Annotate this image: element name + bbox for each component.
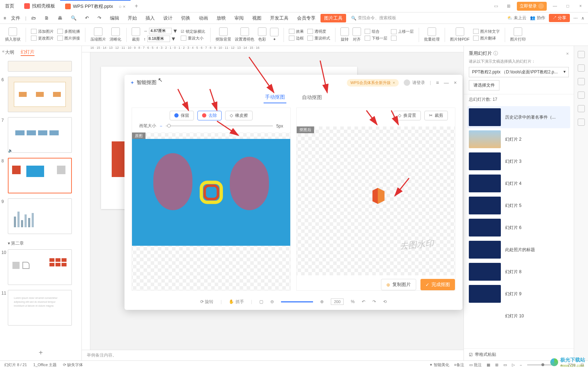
ribbon-width[interactable]: ↔ ⯆ xyxy=(144,28,177,34)
result-image-area[interactable]: 抠图后 去图水印 xyxy=(297,126,455,275)
panel-close-icon[interactable]: × xyxy=(566,51,569,56)
qat-more[interactable]: 🔍 xyxy=(67,14,80,22)
original-image-area[interactable]: 原图 xyxy=(132,132,290,290)
close-button[interactable]: × xyxy=(576,1,585,11)
dialog-close-icon[interactable]: × xyxy=(454,80,457,85)
section-header[interactable]: ▾ 第二章 xyxy=(8,239,76,249)
zoom-value-box[interactable]: 200 xyxy=(331,298,344,305)
copy-image-button[interactable]: ⊕复制图片 xyxy=(381,279,416,290)
menu-transition[interactable]: 切换 xyxy=(178,14,194,23)
menu-insert[interactable]: 插入 xyxy=(142,14,158,23)
menu-devtools[interactable]: 开发工具 xyxy=(266,14,292,23)
view-sorter-icon[interactable]: ⊞ xyxy=(495,363,498,367)
height-input[interactable] xyxy=(147,36,170,42)
qat-undo[interactable]: ↶ xyxy=(81,14,92,22)
ribbon-remove-bg[interactable]: 抠除背景 xyxy=(216,27,231,42)
reuse-slide-item[interactable]: 幻灯片 2 xyxy=(467,128,570,150)
ribbon-down[interactable]: 下移一层 xyxy=(365,36,387,41)
brush-minus[interactable]: − xyxy=(160,124,162,129)
collapse-left-icon[interactable]: « xyxy=(2,49,5,54)
reuse-slide-item[interactable]: 幻灯片 5 xyxy=(467,194,570,217)
grid-icon[interactable]: ⊞ xyxy=(504,1,513,11)
ribbon-align[interactable]: 对齐 xyxy=(353,27,361,42)
tab-manual-cutout[interactable]: 手动抠图 xyxy=(264,92,286,103)
menu-more-icon[interactable]: ⋯ xyxy=(573,16,578,21)
tab-document[interactable]: WPS PPT教程.pptx ○ × xyxy=(60,0,131,12)
reuse-slide-item[interactable]: 此处照片的标题 xyxy=(467,239,570,261)
share-button[interactable]: ↗ 分享 xyxy=(549,14,570,22)
remove-button[interactable]: 去除 xyxy=(197,111,222,120)
thumbnail-list[interactable]: 6 7🔉 8 9 ▾ 第二章 10 11Lorem ipsum dolor si… xyxy=(0,59,81,345)
menu-picture-tools[interactable]: 图片工具 xyxy=(321,14,346,22)
keep-button[interactable]: 保留 xyxy=(170,111,194,120)
rail-icon-1[interactable] xyxy=(578,51,585,58)
menu-animation[interactable]: 动画 xyxy=(195,14,212,23)
slide-thumb-9[interactable]: 9 xyxy=(8,198,76,234)
menu-member[interactable]: 会员专享 xyxy=(293,14,319,23)
dialog-minimize-icon[interactable]: — xyxy=(444,80,449,85)
tab-slides[interactable]: 幻灯片 xyxy=(21,49,35,56)
ribbon-batch[interactable]: 批量处理 xyxy=(424,27,440,42)
reuse-slide-item[interactable]: 幻灯片 6 xyxy=(467,217,570,239)
ribbon-add-image[interactable]: 添加图片 xyxy=(31,29,54,34)
select-file-button[interactable]: 请选择文件 xyxy=(469,80,499,90)
ribbon-change-image[interactable]: 更改图片 xyxy=(31,36,54,41)
qat-redo[interactable]: ↷ xyxy=(94,14,105,22)
eraser-button[interactable]: ◇橡皮擦 xyxy=(225,111,253,120)
tab-templates[interactable]: 找稻壳模板 xyxy=(19,0,60,12)
rail-icon-6[interactable] xyxy=(578,119,585,126)
slide-thumb-8[interactable]: 8 xyxy=(8,158,76,193)
login-button[interactable]: 立即登录 xyxy=(517,2,547,11)
crop-button[interactable]: ✂裁剪 xyxy=(424,111,448,120)
zoom-out-icon[interactable]: − xyxy=(520,363,522,367)
ribbon-to-text[interactable]: 图片转文字 xyxy=(473,29,500,34)
change-bg-button[interactable]: ◇换背景 xyxy=(393,111,421,120)
slide-thumb-11[interactable]: 11Lorem ipsum dolor sit amet consectetur… xyxy=(8,290,76,326)
menu-slideshow[interactable]: 放映 xyxy=(213,14,229,23)
ribbon-height[interactable]: ↕ ⯆ xyxy=(144,36,177,42)
tab-home[interactable]: 首页 xyxy=(0,0,19,12)
menu-view[interactable]: 视图 xyxy=(249,14,265,23)
slide-thumb-6[interactable]: 6 xyxy=(8,77,76,112)
notes-area[interactable]: 举例备注内容。 xyxy=(82,350,463,360)
cloud-status[interactable]: ⛅ 未上云 xyxy=(507,15,526,21)
ribbon-border[interactable]: 边框 xyxy=(289,36,304,41)
menu-review[interactable]: 审阅 xyxy=(231,14,247,23)
status-notes[interactable]: ≡备注 xyxy=(454,362,464,368)
rail-icon-2[interactable] xyxy=(578,64,585,72)
ribbon-image-collage[interactable]: 图片拼接 xyxy=(57,36,80,41)
view-reading-icon[interactable]: ▭ xyxy=(503,363,507,367)
menu-design[interactable]: 设计 xyxy=(160,14,176,23)
reuse-slide-item[interactable]: 幻灯片 9 xyxy=(467,283,570,305)
maximize-button[interactable]: □ xyxy=(563,1,572,11)
ribbon-lock-ratio[interactable]: ☑ 锁定纵横比 xyxy=(181,29,205,34)
menu-chevron-icon[interactable]: ∧ xyxy=(581,16,584,21)
ribbon-transparency[interactable]: 透明度 xyxy=(307,29,330,34)
zoom-out-tool[interactable]: ⊖ xyxy=(270,299,274,304)
help-icon[interactable]: ⓘ xyxy=(493,50,498,57)
reuse-slide-item[interactable]: 幻灯片 4 xyxy=(467,172,570,194)
ribbon-color[interactable]: 色彩 xyxy=(258,27,266,42)
reuse-slide-item[interactable]: 历史记录中的著名事件（... xyxy=(467,106,570,128)
reuse-slide-item[interactable]: 幻灯片 8 xyxy=(467,261,570,283)
ribbon-print-img[interactable]: 图片打印 xyxy=(510,27,526,42)
hand-tool[interactable]: ✋ 抓手 xyxy=(229,299,244,305)
status-missing-font[interactable]: ⟳ 缺失字体 xyxy=(63,362,83,368)
status-comments[interactable]: ▭ 批注 xyxy=(469,362,482,368)
ribbon-reset-size[interactable]: 重设大小 xyxy=(181,36,205,41)
reuse-slide-item[interactable]: 幻灯片 3 xyxy=(467,150,570,172)
ribbon-compress[interactable]: 压缩图片 xyxy=(90,27,106,42)
slide-thumb-partial[interactable] xyxy=(8,61,76,72)
view-slideshow-icon[interactable]: ▷ xyxy=(512,363,515,367)
collab-button[interactable]: 👥 协作 xyxy=(530,15,545,21)
menu-start[interactable]: 开始 xyxy=(124,14,141,23)
ribbon-insert-shape[interactable]: 插入形状 xyxy=(5,27,21,42)
zoom-bar[interactable] xyxy=(281,301,313,302)
member-badge[interactable]: WPS会员体系全新升级× xyxy=(347,79,399,87)
ribbon-up[interactable]: 上移一层 xyxy=(391,29,414,34)
rail-icon-3[interactable] xyxy=(578,78,585,85)
done-cutout-button[interactable]: ✓完成抠图 xyxy=(420,279,455,290)
zoom-in-tool[interactable]: ⊕ xyxy=(320,299,324,304)
ribbon-crop[interactable]: 裁剪 xyxy=(132,27,140,42)
ribbon-group-btn[interactable]: 组合 xyxy=(365,29,387,34)
